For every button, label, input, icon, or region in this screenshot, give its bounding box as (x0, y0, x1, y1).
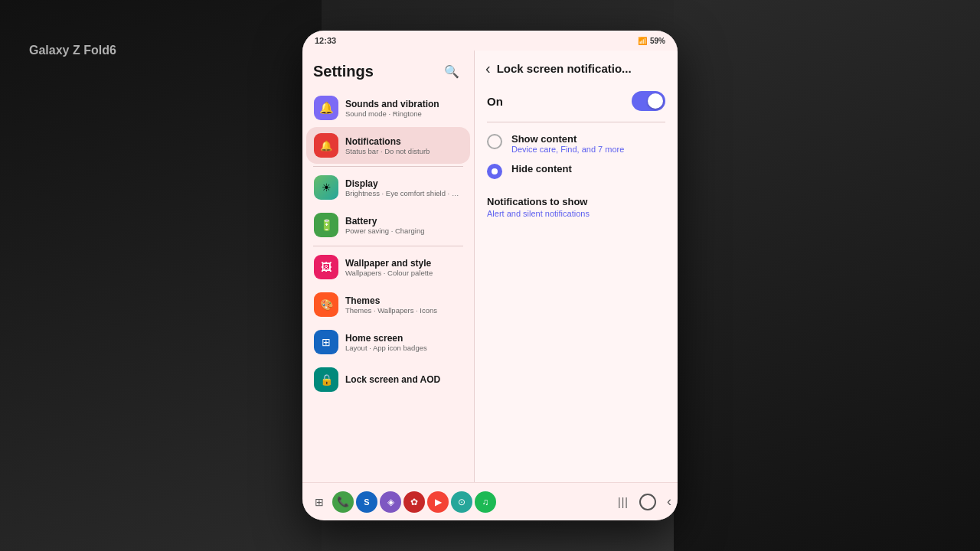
sounds-icon: 🔔 (314, 96, 338, 120)
notif-to-show-title: Notifications to show (487, 196, 665, 207)
app-youtube[interactable]: ▶ (427, 491, 449, 513)
settings-item-lockscreen[interactable]: 🔒 Lock screen and AOD (306, 361, 470, 398)
settings-header: Settings 🔍 (302, 51, 474, 89)
search-button[interactable]: 🔍 (440, 60, 463, 83)
wallpaper-title: Wallpaper and style (345, 258, 462, 269)
sounds-title: Sounds and vibration (345, 99, 462, 109)
settings-item-display[interactable]: ☀ Display Brightness · Eye comfort shiel… (306, 169, 470, 206)
homescreen-subtitle: Layout · App icon badges (345, 344, 462, 352)
settings-item-themes[interactable]: 🎨 Themes Themes · Wallpapers · Icons (306, 286, 470, 323)
signal-icon: 📶 (638, 37, 647, 45)
display-title: Display (345, 178, 462, 189)
app-samsung[interactable]: S (356, 491, 377, 513)
themes-icon: 🎨 (314, 292, 338, 317)
homescreen-icon: ⊞ (314, 330, 338, 354)
battery-icon: 🔋 (314, 213, 338, 237)
battery-indicator: 59% (650, 37, 665, 45)
nav-apps-area: ⊞ 📞 S ◈ ✿ ▶ ⊙ ♫ (309, 491, 496, 513)
lockscreen-icon: 🔒 (314, 367, 338, 392)
phone-device: 12:33 📶 59% Settings 🔍 🔔 (302, 31, 678, 520)
nav-bar: ⊞ 📞 S ◈ ✿ ▶ ⊙ ♫ ||| ‹ (302, 482, 678, 520)
app-phone[interactable]: 📞 (332, 491, 354, 513)
notif-to-show-subtitle: Alert and silent notifications (487, 209, 665, 218)
homescreen-title: Home screen (345, 333, 462, 344)
back-arrow-icon: ‹ (485, 60, 491, 77)
box-label: Galaxy Z Fold6 (29, 42, 116, 59)
show-content-option[interactable]: Show content Device care, Find, and 7 mo… (487, 122, 665, 158)
battery-title: Battery (345, 216, 462, 227)
settings-panel: Settings 🔍 🔔 Sounds and vibration Sound … (302, 51, 475, 482)
notifications-to-show[interactable]: Notifications to show Alert and silent n… (487, 196, 665, 218)
divider-1 (313, 166, 463, 167)
detail-header: ‹ Lock screen notificatio... (475, 51, 678, 83)
system-nav-buttons: ||| ‹ (618, 494, 671, 510)
battery-subtitle: Power saving · Charging (345, 227, 462, 235)
detail-title: Lock screen notificatio... (497, 62, 632, 75)
search-icon: 🔍 (444, 64, 459, 79)
status-time: 12:33 (315, 36, 336, 45)
settings-item-battery[interactable]: 🔋 Battery Power saving · Charging (306, 207, 470, 243)
settings-item-wallpaper[interactable]: 🖼 Wallpaper and style Wallpapers · Colou… (306, 249, 470, 285)
settings-title: Settings (313, 63, 374, 80)
hide-content-option[interactable]: Hide content (487, 158, 665, 190)
wallpaper-icon: 🖼 (314, 255, 338, 279)
hide-content-label: Hide content (511, 163, 572, 174)
themes-title: Themes (345, 295, 462, 306)
nav-home-button[interactable] (639, 494, 656, 510)
show-content-radio[interactable] (487, 134, 502, 149)
lockscreen-title: Lock screen and AOD (345, 374, 462, 385)
app-green2[interactable]: ⊙ (451, 491, 472, 513)
display-subtitle: Brightness · Eye comfort shield · Naviga… (345, 189, 462, 197)
apps-grid-button[interactable]: ⊞ (309, 491, 330, 513)
on-toggle-row: On (487, 86, 665, 122)
detail-content: On Show content Device care, Find, and 7… (475, 83, 678, 482)
sounds-subtitle: Sound mode · Ringtone (345, 109, 462, 118)
show-content-subtitle: Device care, Find, and 7 more (511, 145, 624, 154)
notifications-icon: 🔔 (314, 133, 338, 158)
wallpaper-subtitle: Wallpapers · Colour palette (345, 269, 462, 277)
nav-back-button[interactable]: ‹ (667, 494, 671, 510)
settings-item-notifications[interactable]: 🔔 Notifications Status bar · Do not dist… (306, 127, 470, 164)
toggle-label: On (487, 95, 503, 108)
back-button[interactable]: ‹ (485, 60, 491, 77)
app-spotify[interactable]: ♫ (475, 491, 496, 513)
settings-item-sounds[interactable]: 🔔 Sounds and vibration Sound mode · Ring… (306, 90, 470, 126)
on-toggle-switch[interactable] (632, 91, 665, 111)
nav-menu-button[interactable]: ||| (618, 496, 629, 508)
hide-content-radio[interactable] (487, 164, 502, 179)
notifications-subtitle: Status bar · Do not disturb (345, 147, 462, 155)
app-purple[interactable]: ◈ (380, 491, 401, 513)
show-content-label: Show content (511, 133, 624, 145)
settings-list: 🔔 Sounds and vibration Sound mode · Ring… (302, 89, 474, 482)
divider-2 (313, 246, 463, 246)
display-icon: ☀ (314, 175, 338, 200)
detail-panel: ‹ Lock screen notificatio... On (475, 51, 678, 482)
themes-subtitle: Themes · Wallpapers · Icons (345, 306, 462, 315)
app-red[interactable]: ✿ (403, 491, 425, 513)
status-bar: 12:33 📶 59% (302, 31, 678, 51)
settings-item-homescreen[interactable]: ⊞ Home screen Layout · App icon badges (306, 324, 470, 360)
notifications-title: Notifications (345, 136, 462, 147)
